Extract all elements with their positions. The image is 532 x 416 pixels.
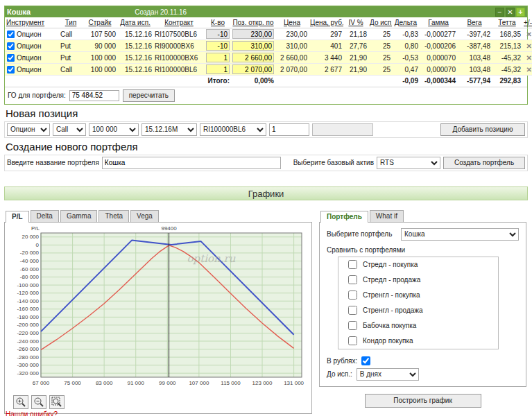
create-portfolio-button[interactable]: Создать портфель xyxy=(443,157,525,169)
compare-option-checkbox[interactable] xyxy=(348,260,357,269)
open-price-input[interactable] xyxy=(232,29,274,39)
row-enabled-checkbox[interactable] xyxy=(7,53,15,61)
col-header-type[interactable]: Тип xyxy=(59,17,83,28)
row-enabled-checkbox[interactable] xyxy=(7,42,15,49)
compare-portfolios-label: Сравнить с портфелями xyxy=(327,246,519,254)
qty-input[interactable] xyxy=(206,41,230,51)
margin-row: ГО для портфеля: пересчитать xyxy=(5,87,527,104)
cell-price: 2 660,00 xyxy=(275,52,309,64)
minimize-button[interactable]: − xyxy=(495,8,504,17)
compare-option-item[interactable]: Стредл - покупка xyxy=(338,257,498,272)
cell-strike: 100 000 xyxy=(83,52,117,64)
delete-row-icon[interactable]: ✕ xyxy=(526,54,532,62)
compare-option-checkbox[interactable] xyxy=(348,306,357,315)
new-qty-input[interactable] xyxy=(269,123,309,136)
qty-input[interactable] xyxy=(206,53,230,62)
totals-label: Итого: xyxy=(5,76,231,87)
cell-contract: RI90000BX6 xyxy=(153,40,205,52)
contract-select[interactable]: RI100000BL6 xyxy=(200,123,266,136)
cell-vega: 103,48 xyxy=(457,52,492,64)
compare-option-item[interactable]: Стренгл - продажа xyxy=(338,303,498,318)
zoom-out-button[interactable] xyxy=(31,395,46,409)
svg-text:99 000: 99 000 xyxy=(159,380,176,386)
col-header-price[interactable]: Цена xyxy=(275,17,309,28)
zoom-in-button[interactable] xyxy=(13,395,28,409)
compare-portfolios-list: Стредл - покупка Стредл - продажа Стренг… xyxy=(338,257,499,349)
col-header-plusminus[interactable]: +/- xyxy=(522,17,532,28)
compare-option-item[interactable]: Бабочка покупка xyxy=(338,318,498,333)
recalculate-button[interactable]: пересчитать xyxy=(123,89,175,102)
col-header-vega[interactable]: Вега xyxy=(457,17,492,28)
margin-input[interactable] xyxy=(69,90,119,101)
close-button[interactable]: ✕ xyxy=(506,8,515,17)
col-header-open[interactable]: Поз. откр. по xyxy=(231,17,275,28)
row-enabled-checkbox[interactable] xyxy=(7,65,15,73)
days-mode-select[interactable]: В днях xyxy=(357,368,419,381)
col-header-strike[interactable]: Страйк xyxy=(83,17,117,28)
cell-vega: -397,42 xyxy=(457,28,492,40)
svg-text:-180 000: -180 000 xyxy=(17,313,39,320)
col-header-date[interactable]: Дата исп. xyxy=(117,17,153,28)
cell-type: Call xyxy=(59,28,83,40)
new-position-strip: Опцион Call 100 000 15.12.16М RI100000BL… xyxy=(4,121,528,138)
compare-option-checkbox[interactable] xyxy=(348,336,357,345)
open-price-input[interactable] xyxy=(232,53,274,62)
svg-text:-280 000: -280 000 xyxy=(17,354,39,360)
col-header-price-rub[interactable]: Цена, руб. xyxy=(309,17,343,28)
svg-text:-20 000: -20 000 xyxy=(20,250,40,256)
col-header-qty[interactable]: К-во xyxy=(205,17,231,28)
col-header-iv[interactable]: IV % xyxy=(343,17,368,28)
col-header-gamma[interactable]: Гамма xyxy=(420,17,457,28)
tab-gamma[interactable]: Gamma xyxy=(60,210,98,222)
open-price-input[interactable] xyxy=(232,64,274,74)
create-portfolio-title: Создание нового портфеля xyxy=(6,141,526,153)
delete-row-icon[interactable]: ✕ xyxy=(526,66,532,73)
col-header-delta[interactable]: Дельта xyxy=(392,17,420,28)
tab-theta[interactable]: Theta xyxy=(98,210,129,222)
qty-input[interactable] xyxy=(206,29,230,39)
row-enabled-checkbox[interactable] xyxy=(7,30,15,37)
portfolio-select[interactable]: Кошка xyxy=(401,228,519,241)
portfolio-name-input[interactable] xyxy=(102,157,281,169)
cell-contract: RI100000BL6 xyxy=(153,64,205,76)
compare-option-item[interactable]: Стренгл - покупка xyxy=(338,288,498,303)
col-header-instrument[interactable]: Инструмент xyxy=(5,17,59,28)
col-header-days[interactable]: До исп. xyxy=(368,17,392,28)
add-button[interactable]: + xyxy=(516,8,525,17)
cell-gamma: -0,000206 xyxy=(420,40,457,52)
add-position-button[interactable]: Добавить позицию xyxy=(440,123,525,136)
cell-gamma: 0,000070 xyxy=(420,64,457,76)
tab-delta[interactable]: Delta xyxy=(31,210,59,222)
svg-text:115 000: 115 000 xyxy=(221,380,241,386)
totals-vega: -577,94 xyxy=(457,76,492,87)
col-header-contract[interactable]: Контракт xyxy=(153,17,205,28)
tab-what-if[interactable]: What if xyxy=(370,210,404,222)
instrument-type-select[interactable]: Опцион xyxy=(7,123,50,136)
in-rubles-checkbox[interactable] xyxy=(361,356,370,365)
tab-vega[interactable]: Vega xyxy=(130,210,159,222)
build-chart-button[interactable]: Построить график xyxy=(365,394,481,408)
compare-option-item[interactable]: Стредл - продажа xyxy=(338,272,498,288)
qty-input[interactable] xyxy=(206,64,230,74)
compare-option-checkbox[interactable] xyxy=(348,291,357,300)
strike-select[interactable]: 100 000 xyxy=(89,123,139,136)
col-header-theta[interactable]: Тетта xyxy=(492,17,522,28)
expiry-date-select[interactable]: 15.12.16М xyxy=(141,123,197,136)
compare-option-item[interactable]: Кондор покупка xyxy=(338,333,498,349)
delete-row-icon[interactable]: ✕ xyxy=(526,42,532,50)
zoom-reset-button[interactable] xyxy=(49,395,65,409)
tab-portfolio[interactable]: Портфель xyxy=(320,211,368,223)
option-type-select[interactable]: Call xyxy=(53,123,86,136)
window-header: Кошка Создан 20.11.16 − ✕ + xyxy=(5,6,527,17)
compare-option-checkbox[interactable] xyxy=(348,321,357,330)
base-asset-select[interactable]: RTS xyxy=(377,157,440,169)
cell-iv: 21,90 xyxy=(343,52,368,64)
positions-table: Инструмент Тип Страйк Дата исп. Контракт… xyxy=(5,17,532,87)
days-to-expiry-label: До исп.: xyxy=(327,370,352,378)
in-rubles-label: В рублях: xyxy=(327,357,357,365)
open-price-input[interactable] xyxy=(232,41,274,51)
tab-pl[interactable]: P/L xyxy=(6,211,29,223)
compare-option-checkbox[interactable] xyxy=(348,275,357,284)
delete-row-icon[interactable]: ✕ xyxy=(526,31,532,38)
report-error-link[interactable]: Нашли ошибку? xyxy=(6,410,58,416)
